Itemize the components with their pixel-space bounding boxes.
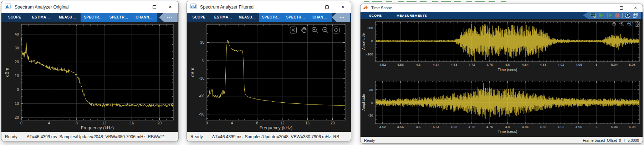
minimize-button[interactable] — [303, 1, 319, 13]
svg-text:0: 0 — [371, 101, 373, 104]
minimize-icon — [137, 7, 140, 7]
tab-measurements[interactable]: MEASUREMENTS — [397, 14, 427, 17]
svg-text:-30: -30 — [368, 113, 373, 117]
tab-spectrum[interactable]: SPECTR… — [259, 13, 283, 22]
plot-toolbar — [289, 26, 340, 34]
tab-channel[interactable]: CHANN… — [132, 13, 157, 22]
svg-text:4.68: 4.68 — [451, 63, 458, 66]
minimize-button[interactable] — [130, 1, 146, 13]
toolstrip-overflow-button[interactable]: ••• — [332, 13, 350, 22]
close-button[interactable]: × — [628, 4, 643, 12]
svg-text:30: 30 — [369, 88, 373, 92]
maximize-button[interactable] — [146, 1, 162, 13]
svg-text:5: 5 — [596, 125, 597, 129]
svg-text:4.96: 4.96 — [576, 63, 582, 66]
zoom-in-icon[interactable] — [619, 21, 625, 27]
autoscale-icon[interactable] — [289, 26, 297, 34]
svg-text:5.08: 5.08 — [629, 63, 636, 66]
plot-region: 4.524.564.64.644.684.724.764.84.844.884.… — [361, 19, 643, 137]
tab-estimation[interactable]: ESTIMA… — [28, 13, 54, 22]
tab-estimation[interactable]: ESTIMA… — [211, 13, 235, 22]
dock-icon[interactable] — [633, 12, 638, 18]
svg-text:4.52: 4.52 — [379, 63, 386, 66]
tab-measurements[interactable]: MEASU… — [235, 13, 259, 22]
maximize-button[interactable] — [319, 1, 335, 13]
close-icon: × — [341, 4, 344, 10]
svg-text:10: 10 — [15, 74, 19, 78]
svg-text:-200: -200 — [366, 52, 373, 56]
svg-text:8: 8 — [256, 121, 258, 125]
desktop: Spectrum Analyzer Original × SCOPE ESTIM… — [0, 0, 644, 145]
svg-text:4.6: 4.6 — [416, 125, 420, 129]
svg-text:4.64: 4.64 — [433, 63, 440, 66]
toolstrip-overflow-button[interactable]: ••• — [159, 13, 178, 22]
svg-text:4.64: 4.64 — [433, 125, 440, 129]
minimize-icon — [309, 7, 313, 7]
run-button[interactable] — [598, 12, 604, 18]
svg-text:200: 200 — [367, 26, 373, 30]
svg-text:4.96: 4.96 — [576, 125, 582, 129]
svg-text:?: ? — [627, 14, 629, 17]
tab-spectrum[interactable]: SPECTR… — [81, 13, 106, 22]
svg-text:4.84: 4.84 — [522, 63, 529, 66]
maximize-icon — [620, 6, 623, 10]
status-bar: Ready Frame based Offset=0 T=5.0000 — [361, 137, 643, 143]
window-title: Time Scope — [371, 6, 392, 10]
status-frame-info: Frame based Offset=0 T=5.0000 — [583, 138, 639, 143]
minimize-icon — [605, 8, 609, 8]
stop-button[interactable] — [615, 13, 620, 18]
svg-text:4.92: 4.92 — [558, 63, 564, 66]
tab-spectral-mask[interactable]: SPECTR… — [283, 13, 308, 22]
tab-spectral-mask[interactable]: SPECTR… — [106, 13, 131, 22]
status-ready: Ready — [364, 138, 375, 143]
svg-text:30: 30 — [15, 46, 19, 50]
window-title: Spectrum Analyzer Filtered — [200, 5, 254, 10]
matlab-logo-icon — [363, 5, 369, 11]
expand-axes-icon[interactable] — [634, 21, 640, 27]
scope-settings-icon[interactable] — [590, 12, 596, 18]
toolbar-separator — [622, 13, 623, 18]
svg-text:4.6: 4.6 — [416, 63, 420, 66]
spectrum-analyzer-icon — [190, 4, 197, 10]
svg-text:Time (secs): Time (secs) — [498, 129, 517, 134]
minimize-button[interactable] — [600, 4, 614, 12]
tab-scope[interactable]: SCOPE — [187, 13, 211, 22]
timescope-lower-plot[interactable]: 4.524.564.64.644.684.724.764.84.844.884.… — [361, 78, 643, 138]
expand-axes-icon[interactable] — [332, 26, 340, 34]
plot-toolbar — [611, 21, 640, 27]
help-button[interactable]: ? — [625, 12, 630, 18]
tab-channel[interactable]: CHAN… — [308, 13, 332, 22]
pan-icon[interactable] — [611, 21, 617, 27]
svg-text:4.56: 4.56 — [397, 63, 404, 66]
svg-text:5.04: 5.04 — [611, 63, 618, 66]
tab-scope[interactable]: SCOPE — [369, 14, 382, 17]
svg-text:-30: -30 — [199, 76, 204, 80]
svg-text:Amplitude: Amplitude — [361, 94, 366, 111]
timescope-upper-plot[interactable]: 4.524.564.64.644.684.724.764.84.844.884.… — [361, 19, 643, 78]
close-icon: × — [634, 5, 637, 10]
close-button[interactable]: × — [162, 1, 178, 13]
window-title: Spectrum Analyzer Original — [15, 5, 68, 10]
close-button[interactable]: × — [335, 1, 351, 13]
titlebar[interactable]: Spectrum Analyzer Filtered × — [187, 1, 351, 13]
zoom-out-icon[interactable] — [321, 26, 329, 34]
spectrum-filtered-plot[interactable]: 048121620300-30-60-90Frequency (kHz)dBm — [187, 22, 351, 133]
window-spectrum-filtered: Spectrum Analyzer Filtered × SCOPE ESTIM… — [186, 1, 351, 141]
titlebar[interactable]: Spectrum Analyzer Original × — [1, 1, 178, 13]
zoom-in-icon[interactable] — [311, 26, 319, 34]
ellipsis-icon: ••• — [337, 16, 345, 19]
svg-text:20: 20 — [331, 121, 335, 125]
svg-text:20: 20 — [157, 121, 162, 125]
tab-measurements[interactable]: MEASU… — [54, 13, 81, 22]
step-forward-button[interactable] — [607, 12, 613, 18]
maximize-button[interactable] — [614, 4, 628, 12]
titlebar[interactable]: Time Scope × — [361, 4, 643, 12]
svg-text:0: 0 — [206, 121, 208, 125]
pan-icon[interactable] — [300, 26, 308, 34]
tab-scope[interactable]: SCOPE — [1, 13, 28, 22]
status-metrics: ΔT=46.4399 ms Samples/Update=2048 VBW=38… — [212, 134, 339, 139]
zoom-x-icon[interactable] — [627, 21, 633, 27]
toolstrip: SCOPE ESTIMA… MEASU… SPECTR… SPECTR… CHA… — [187, 13, 351, 22]
spectrum-original-plot[interactable]: 048121620403020100-10-20Frequency (kHz)d… — [1, 22, 179, 133]
svg-text:4.84: 4.84 — [522, 125, 529, 129]
